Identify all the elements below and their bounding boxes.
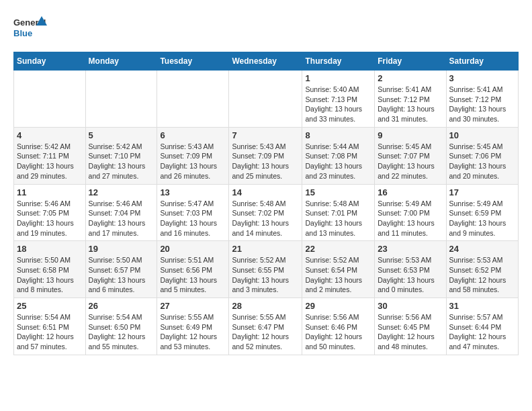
calendar-cell: 14Sunrise: 5:48 AM Sunset: 7:02 PM Dayli… (229, 184, 302, 241)
day-number: 8 (305, 130, 371, 140)
day-info: Sunrise: 5:50 AM Sunset: 6:57 PM Dayligh… (89, 255, 154, 295)
day-number: 5 (89, 130, 154, 140)
day-number: 16 (378, 187, 443, 197)
day-number: 18 (17, 244, 83, 254)
calendar-cell: 13Sunrise: 5:47 AM Sunset: 7:03 PM Dayli… (157, 184, 229, 241)
calendar-cell: 28Sunrise: 5:55 AM Sunset: 6:47 PM Dayli… (229, 298, 302, 355)
day-info: Sunrise: 5:56 AM Sunset: 6:45 PM Dayligh… (378, 312, 443, 352)
calendar-cell: 10Sunrise: 5:45 AM Sunset: 7:06 PM Dayli… (446, 127, 518, 184)
weekday-header-row: SundayMondayTuesdayWednesdayThursdayFrid… (14, 52, 519, 71)
weekday-header-friday: Friday (375, 52, 446, 71)
calendar-cell: 20Sunrise: 5:51 AM Sunset: 6:56 PM Dayli… (157, 241, 229, 298)
day-number: 22 (305, 244, 371, 254)
calendar-cell: 24Sunrise: 5:53 AM Sunset: 6:52 PM Dayli… (446, 241, 518, 298)
day-info: Sunrise: 5:54 AM Sunset: 6:50 PM Dayligh… (89, 312, 154, 352)
weekday-header-tuesday: Tuesday (157, 52, 229, 71)
calendar-week-row: 4Sunrise: 5:42 AM Sunset: 7:11 PM Daylig… (14, 127, 519, 184)
calendar-cell: 3Sunrise: 5:41 AM Sunset: 7:12 PM Daylig… (446, 71, 518, 128)
calendar-cell: 29Sunrise: 5:56 AM Sunset: 6:46 PM Dayli… (302, 298, 375, 355)
calendar-cell: 31Sunrise: 5:57 AM Sunset: 6:44 PM Dayli… (446, 298, 518, 355)
day-info: Sunrise: 5:40 AM Sunset: 7:13 PM Dayligh… (305, 85, 371, 124)
day-number: 15 (305, 187, 371, 197)
weekday-header-saturday: Saturday (446, 52, 518, 71)
calendar-cell: 16Sunrise: 5:49 AM Sunset: 7:00 PM Dayli… (375, 184, 446, 241)
day-number: 12 (89, 187, 154, 197)
calendar-cell: 11Sunrise: 5:46 AM Sunset: 7:05 PM Dayli… (14, 184, 86, 241)
day-number: 1 (305, 73, 371, 83)
calendar-cell (14, 71, 86, 128)
calendar-week-row: 11Sunrise: 5:46 AM Sunset: 7:05 PM Dayli… (14, 184, 519, 241)
day-info: Sunrise: 5:53 AM Sunset: 6:52 PM Dayligh… (449, 255, 515, 295)
calendar-cell: 22Sunrise: 5:52 AM Sunset: 6:54 PM Dayli… (302, 241, 375, 298)
day-number: 23 (378, 244, 443, 254)
day-number: 29 (305, 301, 371, 311)
day-info: Sunrise: 5:47 AM Sunset: 7:03 PM Dayligh… (160, 199, 226, 238)
calendar-cell: 7Sunrise: 5:43 AM Sunset: 7:09 PM Daylig… (229, 127, 302, 184)
calendar-week-row: 25Sunrise: 5:54 AM Sunset: 6:51 PM Dayli… (14, 298, 519, 355)
calendar-cell: 5Sunrise: 5:42 AM Sunset: 7:10 PM Daylig… (85, 127, 157, 184)
day-info: Sunrise: 5:50 AM Sunset: 6:58 PM Dayligh… (17, 255, 83, 295)
logo-svg: General Blue (13, 13, 47, 44)
weekday-header-thursday: Thursday (302, 52, 375, 71)
day-number: 27 (160, 301, 226, 311)
day-number: 25 (17, 301, 83, 311)
day-info: Sunrise: 5:57 AM Sunset: 6:44 PM Dayligh… (449, 312, 515, 352)
day-info: Sunrise: 5:42 AM Sunset: 7:11 PM Dayligh… (17, 142, 83, 181)
calendar-cell (157, 71, 229, 128)
svg-text:Blue: Blue (13, 28, 32, 38)
day-info: Sunrise: 5:55 AM Sunset: 6:49 PM Dayligh… (160, 312, 226, 352)
calendar-cell: 27Sunrise: 5:55 AM Sunset: 6:49 PM Dayli… (157, 298, 229, 355)
day-info: Sunrise: 5:49 AM Sunset: 7:00 PM Dayligh… (378, 199, 443, 238)
day-number: 9 (378, 130, 443, 140)
day-number: 28 (232, 301, 299, 311)
calendar-cell: 30Sunrise: 5:56 AM Sunset: 6:45 PM Dayli… (375, 298, 446, 355)
calendar-cell: 17Sunrise: 5:49 AM Sunset: 6:59 PM Dayli… (446, 184, 518, 241)
day-number: 17 (449, 187, 515, 197)
calendar-cell: 25Sunrise: 5:54 AM Sunset: 6:51 PM Dayli… (14, 298, 86, 355)
day-info: Sunrise: 5:56 AM Sunset: 6:46 PM Dayligh… (305, 312, 371, 352)
day-number: 7 (232, 130, 299, 140)
day-info: Sunrise: 5:45 AM Sunset: 7:06 PM Dayligh… (449, 142, 515, 181)
calendar-cell: 19Sunrise: 5:50 AM Sunset: 6:57 PM Dayli… (85, 241, 157, 298)
calendar-week-row: 18Sunrise: 5:50 AM Sunset: 6:58 PM Dayli… (14, 241, 519, 298)
day-info: Sunrise: 5:41 AM Sunset: 7:12 PM Dayligh… (378, 85, 443, 124)
calendar-cell: 15Sunrise: 5:48 AM Sunset: 7:01 PM Dayli… (302, 184, 375, 241)
day-number: 4 (17, 130, 83, 140)
calendar-cell: 12Sunrise: 5:46 AM Sunset: 7:04 PM Dayli… (85, 184, 157, 241)
day-number: 19 (89, 244, 154, 254)
day-number: 2 (378, 73, 443, 83)
day-number: 21 (232, 244, 299, 254)
calendar-cell (85, 71, 157, 128)
day-info: Sunrise: 5:55 AM Sunset: 6:47 PM Dayligh… (232, 312, 299, 352)
day-info: Sunrise: 5:43 AM Sunset: 7:09 PM Dayligh… (232, 142, 299, 181)
day-number: 26 (89, 301, 154, 311)
day-number: 11 (17, 187, 83, 197)
day-info: Sunrise: 5:53 AM Sunset: 6:53 PM Dayligh… (378, 255, 443, 295)
day-number: 14 (232, 187, 299, 197)
calendar-cell: 8Sunrise: 5:44 AM Sunset: 7:08 PM Daylig… (302, 127, 375, 184)
day-info: Sunrise: 5:49 AM Sunset: 6:59 PM Dayligh… (449, 199, 515, 238)
day-info: Sunrise: 5:46 AM Sunset: 7:05 PM Dayligh… (17, 199, 83, 238)
day-info: Sunrise: 5:44 AM Sunset: 7:08 PM Dayligh… (305, 142, 371, 181)
day-info: Sunrise: 5:52 AM Sunset: 6:54 PM Dayligh… (305, 255, 371, 295)
day-info: Sunrise: 5:54 AM Sunset: 6:51 PM Dayligh… (17, 312, 83, 352)
calendar-cell: 2Sunrise: 5:41 AM Sunset: 7:12 PM Daylig… (375, 71, 446, 128)
day-number: 3 (449, 73, 515, 83)
day-number: 6 (160, 130, 226, 140)
calendar-cell: 18Sunrise: 5:50 AM Sunset: 6:58 PM Dayli… (14, 241, 86, 298)
weekday-header-sunday: Sunday (14, 52, 86, 71)
day-info: Sunrise: 5:52 AM Sunset: 6:55 PM Dayligh… (232, 255, 299, 295)
day-info: Sunrise: 5:43 AM Sunset: 7:09 PM Dayligh… (160, 142, 226, 181)
day-info: Sunrise: 5:51 AM Sunset: 6:56 PM Dayligh… (160, 255, 226, 295)
day-info: Sunrise: 5:42 AM Sunset: 7:10 PM Dayligh… (89, 142, 154, 181)
calendar-cell: 9Sunrise: 5:45 AM Sunset: 7:07 PM Daylig… (375, 127, 446, 184)
day-number: 20 (160, 244, 226, 254)
calendar-cell: 4Sunrise: 5:42 AM Sunset: 7:11 PM Daylig… (14, 127, 86, 184)
day-info: Sunrise: 5:48 AM Sunset: 7:02 PM Dayligh… (232, 199, 299, 238)
calendar-cell: 21Sunrise: 5:52 AM Sunset: 6:55 PM Dayli… (229, 241, 302, 298)
day-number: 24 (449, 244, 515, 254)
day-number: 10 (449, 130, 515, 140)
day-info: Sunrise: 5:41 AM Sunset: 7:12 PM Dayligh… (449, 85, 515, 124)
calendar-cell: 1Sunrise: 5:40 AM Sunset: 7:13 PM Daylig… (302, 71, 375, 128)
page-header: General Blue (13, 13, 519, 44)
